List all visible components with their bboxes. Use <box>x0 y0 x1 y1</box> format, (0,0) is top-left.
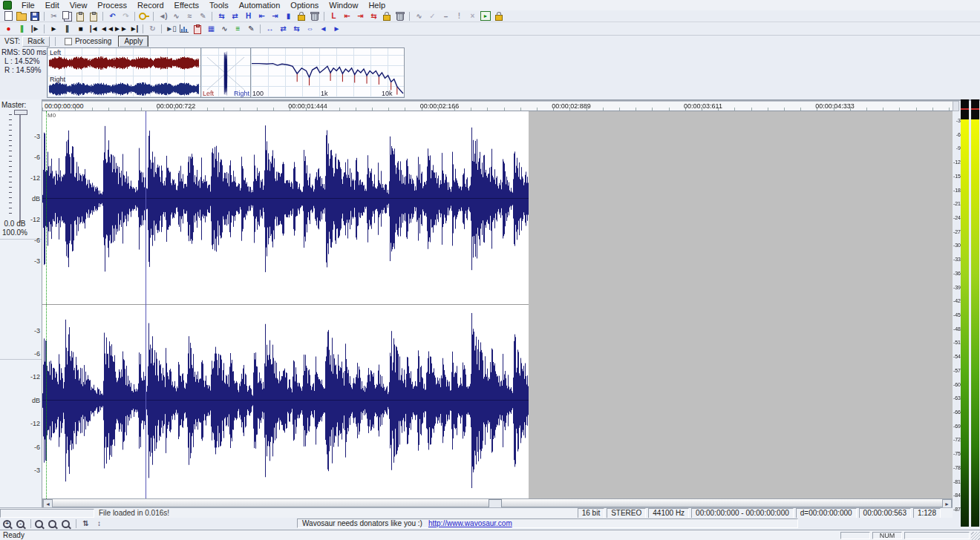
loop-end-icon[interactable]: ⇥ <box>353 11 367 22</box>
zoom-swap-icon[interactable]: ⇄ <box>276 23 290 35</box>
ready-status: Ready <box>3 531 24 539</box>
new-file-icon[interactable] <box>1 11 15 22</box>
zoom-toolbar: Wavosaur needs donators like you :) http… <box>0 518 953 530</box>
undo-icon[interactable]: ↶ <box>105 11 119 22</box>
marker-to-start-icon[interactable]: ⇤ <box>255 11 268 22</box>
clipboard-red-icon[interactable] <box>191 23 204 35</box>
play-box-icon[interactable] <box>479 11 492 22</box>
alert-icon[interactable]: ! <box>452 11 466 22</box>
statistics-icon[interactable] <box>177 23 191 35</box>
goto-start-icon[interactable]: |◄ <box>87 23 100 35</box>
paste-special-icon[interactable] <box>87 11 100 22</box>
menu-edit[interactable]: Edit <box>40 1 65 10</box>
resize-grip[interactable] <box>971 532 980 540</box>
meter-db-label: -24 <box>951 215 961 221</box>
zoom-sel-h-icon[interactable]: ↔ <box>263 23 276 35</box>
global-lock-icon[interactable] <box>492 11 506 22</box>
menu-tools[interactable]: Tools <box>204 1 234 10</box>
zoom-one-to-one-icon[interactable] <box>60 518 74 529</box>
toolbar-separator <box>161 24 162 33</box>
donation-link[interactable]: http://www.wavosaur.com <box>428 519 512 527</box>
marker-h-icon[interactable]: H <box>241 11 255 22</box>
loop-playback-icon[interactable]: ↻ <box>146 23 159 35</box>
pause-green-icon[interactable]: || <box>15 23 28 35</box>
record-icon[interactable]: ● <box>1 23 15 35</box>
zoom-vertical-in-icon[interactable]: ⇅ <box>79 518 92 529</box>
midi-connector-icon[interactable]: ≈ <box>183 11 196 22</box>
menu-window[interactable]: Window <box>324 1 363 10</box>
stop-icon[interactable]: ■ <box>74 23 87 35</box>
loop-pair-icon[interactable]: ⇆ <box>367 11 380 22</box>
mouse-mode-icon[interactable]: ∿ <box>412 11 425 22</box>
zoom-all-icon[interactable] <box>47 518 60 529</box>
marker-pair-icon[interactable]: ⇆ <box>215 11 228 22</box>
rack-button[interactable]: Rack <box>22 36 50 47</box>
key-icon[interactable] <box>137 11 151 22</box>
loop-delete-icon[interactable] <box>393 11 407 22</box>
zoom-in-icon[interactable]: + <box>1 518 15 529</box>
draw-pencil-icon[interactable]: ✎ <box>196 11 209 22</box>
rewind-icon[interactable]: ◄◄ <box>100 23 114 35</box>
marker-delete-icon[interactable] <box>308 11 321 22</box>
redo-icon[interactable]: ↷ <box>119 11 132 22</box>
menu-record[interactable]: Record <box>132 1 169 10</box>
loop-point-icon[interactable]: L <box>327 11 340 22</box>
pause-icon[interactable]: || <box>60 23 74 35</box>
grid-dashes-icon[interactable]: -- <box>439 11 452 22</box>
clear-icon[interactable]: × <box>466 11 479 22</box>
menu-options[interactable]: Options <box>285 1 324 10</box>
marker-swap-icon[interactable]: ⇄ <box>228 11 241 22</box>
menu-view[interactable]: View <box>65 1 93 10</box>
zoom-selection-icon[interactable] <box>33 518 47 529</box>
loop-start-icon[interactable]: ⇤ <box>340 11 353 22</box>
copy-icon[interactable] <box>60 11 74 22</box>
menu-effects[interactable]: Effects <box>169 1 204 10</box>
paste-icon[interactable] <box>74 11 87 22</box>
meter-db-label: -51 <box>951 340 961 346</box>
waveform-canvas[interactable] <box>42 111 529 498</box>
menu-automation[interactable]: Automation <box>234 1 286 10</box>
analysis-strip: RMS: 500 ms L : 14.52% R : 14.59% Left R… <box>0 47 980 101</box>
prev-view-icon[interactable]: ◄ <box>316 23 330 35</box>
preview-canvas <box>48 48 200 97</box>
processing-checkbox[interactable] <box>65 38 72 45</box>
zoom-out-icon[interactable]: - <box>15 518 28 529</box>
cut-icon[interactable]: ✂ <box>47 11 60 22</box>
time-ruler[interactable]: 00:00:00:00000:00:00:72200:00:01:44400:0… <box>42 101 953 111</box>
marker-block-icon[interactable]: ▮ <box>281 11 295 22</box>
loop-lock-icon[interactable] <box>380 11 393 22</box>
open-file-icon[interactable] <box>15 11 28 22</box>
menu-file[interactable]: File <box>16 1 40 10</box>
master-slider-track[interactable] <box>19 113 21 223</box>
zoom-vertical-out-icon[interactable]: ↕ <box>92 518 105 529</box>
save-file-icon[interactable] <box>28 11 42 22</box>
loudspeaker-icon[interactable]: ◄) <box>156 11 169 22</box>
ruler-tick-label: 00:00:02:166 <box>420 102 460 110</box>
envelope-icon[interactable]: ∿ <box>218 23 231 35</box>
frequency-tick-label: 1k <box>321 90 328 97</box>
play-selection-icon[interactable]: ► <box>330 23 343 35</box>
marker-to-end-icon[interactable]: ⇥ <box>268 11 281 22</box>
goto-end-icon[interactable]: ►| <box>127 23 140 35</box>
play-pause-icon[interactable]: |► <box>28 23 42 35</box>
toolbar-separator <box>30 519 31 528</box>
db-scale-label: -6 <box>25 444 40 451</box>
waveform-area[interactable]: M0 <box>42 111 953 498</box>
patch-cable-icon[interactable]: ∿ <box>169 11 183 22</box>
play-icon[interactable]: ► <box>47 23 60 35</box>
record-new-icon[interactable]: ►▯ <box>164 23 177 35</box>
menu-help[interactable]: Help <box>363 1 391 10</box>
pen-tool-icon[interactable]: ✎ <box>244 23 258 35</box>
master-slider-handle[interactable] <box>14 110 27 115</box>
zoom-both-icon[interactable]: ⇔ <box>303 23 316 35</box>
horizontal-scrollbar[interactable]: ◄ ► <box>42 498 953 507</box>
zoom-pair-icon[interactable]: ⇆ <box>290 23 303 35</box>
apply-button[interactable]: Apply <box>119 36 148 47</box>
filter-grid-icon[interactable]: ▦ <box>204 23 218 35</box>
fast-forward-icon[interactable]: ►► <box>114 23 127 35</box>
playlist-icon[interactable]: ≡ <box>231 23 244 35</box>
marker-lock-icon[interactable] <box>295 11 308 22</box>
app-icon <box>3 1 12 10</box>
menu-process[interactable]: Process <box>92 1 132 10</box>
snap-check-icon[interactable]: ✓ <box>425 11 439 22</box>
